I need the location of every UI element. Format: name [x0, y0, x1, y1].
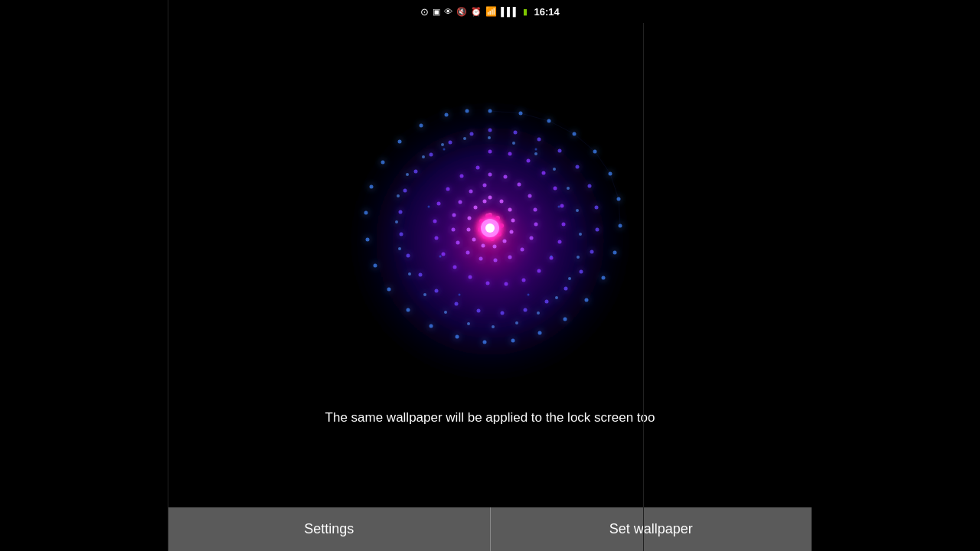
svg-point-32 — [558, 148, 562, 152]
svg-point-35 — [595, 205, 599, 209]
svg-point-119 — [485, 223, 495, 233]
svg-point-42 — [501, 311, 505, 315]
svg-point-30 — [514, 130, 518, 134]
signal-icon: ▌▌▌ — [501, 7, 518, 16]
svg-point-15 — [483, 340, 487, 344]
svg-point-122 — [459, 293, 461, 295]
svg-point-78 — [504, 174, 508, 178]
svg-point-146 — [488, 136, 491, 139]
svg-point-11 — [585, 298, 589, 302]
settings-button[interactable]: Settings — [168, 507, 490, 551]
orb-visualization — [337, 88, 643, 394]
svg-point-148 — [441, 143, 444, 146]
svg-point-84 — [521, 247, 524, 251]
svg-point-95 — [488, 195, 492, 199]
gallery-icon: ▣ — [433, 7, 440, 17]
main-content: The same wallpaper will be applied to th… — [168, 23, 812, 507]
svg-point-76 — [476, 165, 480, 169]
svg-point-16 — [456, 334, 459, 338]
alarm-icon: ⏰ — [471, 7, 482, 17]
svg-point-24 — [381, 160, 385, 164]
svg-point-137 — [555, 296, 558, 299]
svg-point-127 — [443, 148, 446, 150]
svg-point-87 — [479, 256, 483, 260]
svg-point-150 — [406, 173, 409, 176]
svg-point-50 — [403, 188, 407, 192]
svg-point-55 — [488, 149, 492, 153]
svg-point-34 — [588, 184, 592, 187]
svg-point-17 — [430, 324, 433, 328]
svg-point-141 — [576, 209, 579, 212]
svg-point-61 — [562, 222, 566, 226]
svg-point-49 — [399, 210, 403, 214]
svg-point-97 — [508, 207, 512, 211]
camera-icon: ⊙ — [420, 6, 429, 18]
svg-point-18 — [407, 308, 410, 311]
svg-point-9 — [613, 250, 617, 254]
svg-point-133 — [467, 322, 470, 325]
battery-icon: ▮ — [523, 7, 528, 17]
svg-point-13 — [538, 331, 542, 334]
svg-point-99 — [510, 230, 514, 233]
screen-left-divider — [168, 0, 168, 551]
svg-point-123 — [528, 293, 530, 295]
svg-point-57 — [527, 158, 531, 162]
svg-point-72 — [433, 219, 437, 223]
svg-point-106 — [474, 205, 478, 209]
svg-point-140 — [579, 233, 582, 236]
svg-point-104 — [467, 227, 471, 231]
svg-point-73 — [437, 201, 441, 205]
svg-point-38 — [580, 269, 583, 273]
svg-point-129 — [398, 247, 401, 250]
svg-point-138 — [568, 277, 571, 280]
svg-point-52 — [430, 152, 433, 156]
svg-point-107 — [483, 199, 487, 203]
svg-point-82 — [534, 222, 538, 226]
svg-point-23 — [370, 184, 374, 188]
svg-point-120 — [428, 205, 430, 207]
svg-point-80 — [528, 194, 532, 197]
svg-point-98 — [511, 218, 515, 222]
svg-point-59 — [554, 186, 557, 190]
set-wallpaper-button[interactable]: Set wallpaper — [491, 507, 812, 551]
svg-point-79 — [518, 182, 521, 186]
svg-point-91 — [452, 213, 456, 217]
svg-point-86 — [494, 258, 498, 262]
phone-screen: ⊙ ▣ 👁 🔇 ⏰ 📶 ▌▌▌ ▮ 16:14 — [168, 0, 812, 551]
svg-point-103 — [472, 237, 476, 241]
svg-point-144 — [534, 152, 537, 155]
svg-point-132 — [444, 311, 447, 314]
svg-point-60 — [560, 204, 564, 207]
svg-point-149 — [422, 155, 425, 158]
svg-point-102 — [482, 243, 485, 247]
svg-point-88 — [466, 250, 470, 254]
svg-point-29 — [488, 128, 492, 132]
svg-point-19 — [387, 287, 391, 291]
svg-point-139 — [577, 256, 580, 259]
svg-point-96 — [500, 199, 504, 203]
svg-point-69 — [453, 265, 457, 269]
svg-point-75 — [460, 174, 464, 178]
svg-point-65 — [522, 278, 526, 282]
svg-point-101 — [493, 244, 497, 248]
svg-point-145 — [512, 142, 515, 145]
svg-point-36 — [596, 227, 599, 231]
svg-point-74 — [446, 187, 450, 191]
svg-point-136 — [537, 311, 540, 315]
svg-point-26 — [420, 123, 423, 127]
svg-point-83 — [530, 236, 534, 240]
svg-point-58 — [542, 171, 546, 174]
svg-point-21 — [366, 237, 370, 241]
svg-point-131 — [423, 293, 426, 296]
svg-point-130 — [408, 272, 411, 276]
svg-point-66 — [505, 282, 508, 285]
svg-point-90 — [452, 227, 456, 231]
svg-point-124 — [550, 255, 553, 257]
svg-point-10 — [602, 276, 606, 279]
svg-point-54 — [470, 132, 474, 135]
svg-point-28 — [466, 109, 469, 112]
svg-point-70 — [442, 252, 446, 256]
svg-point-43 — [477, 308, 481, 312]
svg-point-53 — [449, 140, 452, 144]
svg-point-81 — [534, 207, 537, 211]
